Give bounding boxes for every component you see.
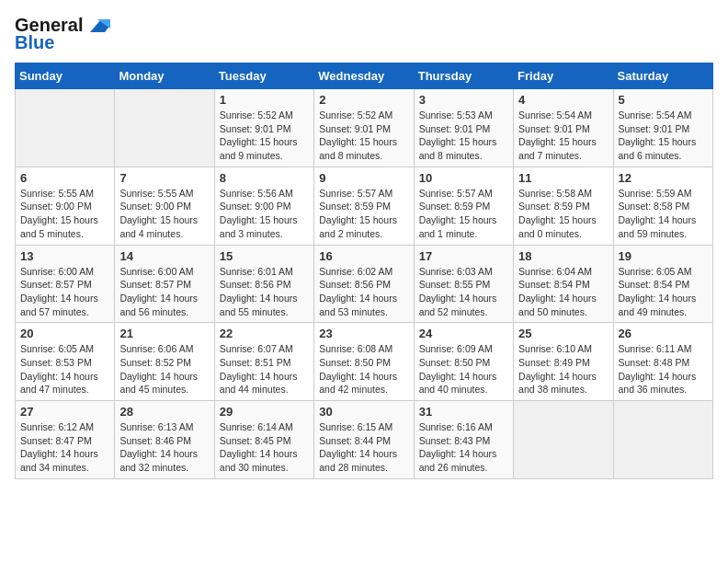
day-number: 28 — [119, 405, 209, 419]
calendar-cell: 29Sunrise: 6:14 AMSunset: 8:45 PMDayligh… — [214, 401, 313, 479]
day-number: 13 — [20, 249, 109, 263]
calendar-cell: 6Sunrise: 5:55 AMSunset: 9:00 PMDaylight… — [16, 167, 115, 245]
calendar-cell: 16Sunrise: 6:02 AMSunset: 8:56 PMDayligh… — [314, 245, 414, 323]
day-info: Sunrise: 6:12 AMSunset: 8:47 PMDaylight:… — [20, 420, 109, 475]
day-number: 24 — [419, 327, 508, 340]
day-info: Sunrise: 6:00 AMSunset: 8:57 PMDaylight:… — [20, 265, 109, 319]
calendar-cell: 11Sunrise: 5:58 AMSunset: 8:59 PMDayligh… — [514, 167, 613, 245]
day-number: 27 — [20, 405, 109, 419]
weekday-header-tuesday: Tuesday — [214, 63, 313, 89]
day-info: Sunrise: 6:15 AMSunset: 8:44 PMDaylight:… — [319, 420, 408, 475]
day-info: Sunrise: 5:52 AMSunset: 9:01 PMDaylight:… — [220, 109, 309, 163]
day-number: 9 — [319, 171, 408, 185]
day-info: Sunrise: 6:02 AMSunset: 8:56 PMDaylight:… — [319, 265, 408, 319]
day-number: 18 — [518, 249, 608, 263]
logo: General Blue — [15, 15, 110, 53]
day-info: Sunrise: 6:11 AMSunset: 8:48 PMDaylight:… — [619, 342, 708, 396]
day-info: Sunrise: 6:07 AMSunset: 8:51 PMDaylight:… — [220, 342, 309, 396]
calendar-cell: 4Sunrise: 5:54 AMSunset: 9:01 PMDaylight… — [514, 89, 613, 167]
day-number: 25 — [518, 327, 608, 340]
weekday-header-row: SundayMondayTuesdayWednesdayThursdayFrid… — [16, 63, 713, 89]
day-number: 21 — [119, 327, 209, 340]
day-number: 15 — [220, 249, 309, 263]
calendar-cell — [613, 401, 712, 479]
calendar-cell: 21Sunrise: 6:06 AMSunset: 8:52 PMDayligh… — [115, 323, 214, 401]
calendar-cell: 8Sunrise: 5:56 AMSunset: 9:00 PMDaylight… — [214, 167, 313, 245]
calendar-cell: 12Sunrise: 5:59 AMSunset: 8:58 PMDayligh… — [613, 167, 712, 245]
day-info: Sunrise: 6:13 AMSunset: 8:46 PMDaylight:… — [119, 420, 209, 475]
day-number: 31 — [419, 405, 508, 419]
day-info: Sunrise: 6:14 AMSunset: 8:45 PMDaylight:… — [220, 420, 309, 475]
calendar-cell: 2Sunrise: 5:52 AMSunset: 9:01 PMDaylight… — [314, 89, 414, 167]
day-number: 20 — [20, 327, 109, 340]
weekday-header-monday: Monday — [115, 63, 214, 89]
calendar-week-1: 1Sunrise: 5:52 AMSunset: 9:01 PMDaylight… — [16, 89, 713, 167]
calendar-week-5: 27Sunrise: 6:12 AMSunset: 8:47 PMDayligh… — [16, 401, 713, 479]
calendar-cell: 20Sunrise: 6:05 AMSunset: 8:53 PMDayligh… — [16, 323, 115, 401]
logo-icon — [85, 16, 110, 36]
day-info: Sunrise: 6:10 AMSunset: 8:49 PMDaylight:… — [518, 342, 608, 396]
day-info: Sunrise: 6:05 AMSunset: 8:53 PMDaylight:… — [20, 342, 109, 396]
calendar-cell: 27Sunrise: 6:12 AMSunset: 8:47 PMDayligh… — [16, 401, 115, 479]
day-info: Sunrise: 5:57 AMSunset: 8:59 PMDaylight:… — [319, 187, 408, 241]
calendar-cell: 22Sunrise: 6:07 AMSunset: 8:51 PMDayligh… — [214, 323, 313, 401]
day-number: 19 — [619, 249, 708, 263]
day-number: 7 — [119, 171, 209, 185]
calendar-cell: 3Sunrise: 5:53 AMSunset: 9:01 PMDaylight… — [414, 89, 513, 167]
calendar-cell: 1Sunrise: 5:52 AMSunset: 9:01 PMDaylight… — [214, 89, 313, 167]
calendar-cell: 9Sunrise: 5:57 AMSunset: 8:59 PMDaylight… — [314, 167, 414, 245]
day-number: 29 — [220, 405, 309, 419]
calendar-cell: 26Sunrise: 6:11 AMSunset: 8:48 PMDayligh… — [613, 323, 712, 401]
calendar-cell — [514, 401, 613, 479]
day-info: Sunrise: 5:54 AMSunset: 9:01 PMDaylight:… — [619, 109, 708, 163]
weekday-header-saturday: Saturday — [613, 63, 712, 89]
day-info: Sunrise: 5:55 AMSunset: 9:00 PMDaylight:… — [119, 187, 209, 241]
day-info: Sunrise: 6:05 AMSunset: 8:54 PMDaylight:… — [619, 265, 708, 319]
calendar-cell: 23Sunrise: 6:08 AMSunset: 8:50 PMDayligh… — [314, 323, 414, 401]
calendar-cell: 28Sunrise: 6:13 AMSunset: 8:46 PMDayligh… — [115, 401, 214, 479]
day-info: Sunrise: 5:54 AMSunset: 9:01 PMDaylight:… — [518, 109, 608, 163]
day-info: Sunrise: 5:56 AMSunset: 9:00 PMDaylight:… — [220, 187, 309, 241]
day-number: 22 — [220, 327, 309, 340]
day-info: Sunrise: 6:01 AMSunset: 8:56 PMDaylight:… — [220, 265, 309, 319]
calendar-cell — [16, 89, 115, 167]
day-info: Sunrise: 6:04 AMSunset: 8:54 PMDaylight:… — [518, 265, 608, 319]
day-info: Sunrise: 5:52 AMSunset: 9:01 PMDaylight:… — [319, 109, 408, 163]
day-number: 8 — [220, 171, 309, 185]
day-info: Sunrise: 6:06 AMSunset: 8:52 PMDaylight:… — [119, 342, 209, 396]
calendar-cell: 25Sunrise: 6:10 AMSunset: 8:49 PMDayligh… — [514, 323, 613, 401]
day-info: Sunrise: 6:16 AMSunset: 8:43 PMDaylight:… — [419, 420, 508, 475]
calendar-cell: 15Sunrise: 6:01 AMSunset: 8:56 PMDayligh… — [214, 245, 313, 323]
calendar-table: SundayMondayTuesdayWednesdayThursdayFrid… — [15, 63, 713, 479]
page-header: General Blue — [15, 15, 713, 53]
weekday-header-wednesday: Wednesday — [314, 63, 414, 89]
day-info: Sunrise: 6:00 AMSunset: 8:57 PMDaylight:… — [119, 265, 209, 319]
day-number: 5 — [619, 93, 708, 107]
day-info: Sunrise: 5:55 AMSunset: 9:00 PMDaylight:… — [20, 187, 109, 241]
weekday-header-sunday: Sunday — [16, 63, 115, 89]
calendar-cell: 14Sunrise: 6:00 AMSunset: 8:57 PMDayligh… — [115, 245, 214, 323]
day-number: 17 — [419, 249, 508, 263]
day-number: 23 — [319, 327, 408, 340]
day-info: Sunrise: 5:53 AMSunset: 9:01 PMDaylight:… — [419, 109, 508, 163]
calendar-cell: 19Sunrise: 6:05 AMSunset: 8:54 PMDayligh… — [613, 245, 712, 323]
calendar-cell: 24Sunrise: 6:09 AMSunset: 8:50 PMDayligh… — [414, 323, 513, 401]
calendar-cell: 10Sunrise: 5:57 AMSunset: 8:59 PMDayligh… — [414, 167, 513, 245]
calendar-cell: 7Sunrise: 5:55 AMSunset: 9:00 PMDaylight… — [115, 167, 214, 245]
calendar-cell: 18Sunrise: 6:04 AMSunset: 8:54 PMDayligh… — [514, 245, 613, 323]
day-number: 11 — [518, 171, 608, 185]
day-info: Sunrise: 6:08 AMSunset: 8:50 PMDaylight:… — [319, 342, 408, 396]
day-info: Sunrise: 5:58 AMSunset: 8:59 PMDaylight:… — [518, 187, 608, 241]
calendar-cell: 31Sunrise: 6:16 AMSunset: 8:43 PMDayligh… — [414, 401, 513, 479]
day-number: 12 — [619, 171, 708, 185]
day-number: 10 — [419, 171, 508, 185]
weekday-header-thursday: Thursday — [414, 63, 513, 89]
logo-blue: Blue — [15, 32, 54, 53]
day-number: 6 — [20, 171, 109, 185]
day-number: 14 — [119, 249, 209, 263]
day-number: 4 — [518, 93, 608, 107]
calendar-week-2: 6Sunrise: 5:55 AMSunset: 9:00 PMDaylight… — [16, 167, 713, 245]
day-info: Sunrise: 5:57 AMSunset: 8:59 PMDaylight:… — [419, 187, 508, 241]
day-info: Sunrise: 6:09 AMSunset: 8:50 PMDaylight:… — [419, 342, 508, 396]
day-number: 3 — [419, 93, 508, 107]
